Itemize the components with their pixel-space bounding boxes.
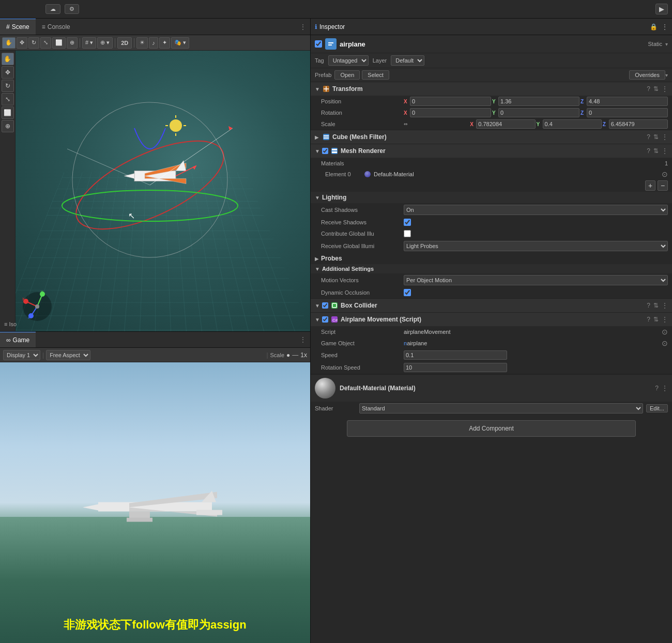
tab-console[interactable]: ≡ Console [36, 19, 77, 35]
transform-menu-icon[interactable]: ⋮ [662, 85, 668, 93]
tool-transform[interactable]: ⊕ [2, 120, 14, 132]
lighting-name: Lighting [322, 194, 346, 201]
global-button[interactable]: ⊕ ▾ [97, 37, 113, 49]
mesh-filter-help-icon[interactable]: ? [647, 133, 650, 141]
layer-select[interactable]: Default [391, 55, 424, 66]
receive-shadows-label: Receive Shadows [321, 219, 404, 225]
rotation-z-input[interactable] [587, 108, 668, 117]
tool-rotate[interactable]: ↻ [2, 80, 14, 92]
cast-shadows-select[interactable]: On [404, 205, 668, 215]
material-help-icon[interactable]: ? [655, 385, 659, 392]
shader-edit-button[interactable]: Edit... [646, 404, 668, 412]
speed-input[interactable] [404, 350, 507, 360]
prefab-select-button[interactable]: Select [362, 70, 389, 80]
cloud-button[interactable]: ☁ [45, 4, 60, 14]
static-arrow[interactable]: ▾ [665, 41, 668, 47]
receive-gi-select[interactable]: Light Probes [404, 241, 668, 251]
airplane-script-settings-icon[interactable]: ⇅ [653, 316, 659, 323]
scale-tool-button[interactable]: ⤡ [40, 37, 51, 49]
tool-rect[interactable]: ⬜ [2, 106, 14, 119]
additional-settings-header[interactable]: ▼ Additional Settings [311, 264, 672, 273]
box-collider-help-icon[interactable]: ? [647, 302, 650, 309]
tag-select[interactable]: Untagged [328, 55, 369, 66]
position-x-input[interactable] [410, 97, 491, 106]
mesh-filter-settings-icon[interactable]: ⇅ [653, 133, 659, 141]
game-select[interactable]: Display 1 [3, 350, 40, 360]
scale-z-input[interactable] [609, 119, 668, 129]
gameobject-label: Game Object [321, 340, 404, 346]
add-component-button[interactable]: Add Component [347, 420, 636, 437]
tool-scale[interactable]: ⤡ [2, 93, 14, 105]
mesh-filter-header[interactable]: ▶ Cube (Mesh Filter) ? ⇅ ⋮ [311, 130, 672, 144]
motion-vectors-select[interactable]: Per Object Motion [404, 275, 668, 285]
additional-settings-name: Additional Settings [322, 266, 374, 272]
scale-y-field: Y [537, 119, 602, 129]
dynamic-occlusion-checkbox[interactable] [404, 289, 411, 296]
object-active-checkbox[interactable] [315, 40, 322, 48]
receive-shadows-checkbox[interactable] [404, 219, 411, 226]
rotate-tool-button[interactable]: ↻ [28, 37, 39, 49]
audio-button[interactable]: ♪ [149, 37, 158, 49]
script-select-button[interactable]: ⊙ [662, 328, 668, 336]
scale-y-input[interactable] [543, 119, 602, 129]
airplane-script-menu-icon[interactable]: ⋮ [662, 316, 668, 323]
prefab-open-button[interactable]: Open [334, 70, 360, 80]
rect-tool-button[interactable]: ⬜ [52, 37, 66, 49]
gear-button[interactable]: ⚙ [65, 4, 79, 14]
tab-scene[interactable]: # Scene [0, 19, 36, 35]
transform-header[interactable]: ▼ Transform ? ⇅ ⋮ [311, 82, 672, 96]
rotation-speed-input[interactable] [404, 363, 507, 372]
mesh-renderer-menu-icon[interactable]: ⋮ [662, 147, 668, 155]
game-tab-more[interactable]: ⋮ [296, 336, 310, 343]
fx-button[interactable]: ✦ [159, 37, 170, 49]
material-menu-icon[interactable]: ⋮ [662, 385, 668, 392]
mesh-renderer-settings-icon[interactable]: ⇅ [653, 147, 659, 155]
transform-help-icon[interactable]: ? [647, 85, 650, 93]
lighting-section-header[interactable]: ▼ Lighting [311, 192, 672, 203]
aspect-select[interactable]: Free Aspect [46, 350, 90, 360]
airplane-script-header[interactable]: ▼ C# Airplane Movement (Script) ? ⇅ ⋮ [311, 313, 672, 326]
mesh-filter-menu-icon[interactable]: ⋮ [662, 133, 668, 141]
shader-select[interactable]: Standard [359, 403, 643, 414]
material-remove-button[interactable]: − [658, 180, 668, 191]
material-select-button[interactable]: ⊙ [662, 170, 668, 178]
lock-icon[interactable]: 🔒 [650, 23, 658, 30]
probes-header[interactable]: ▶ Probes [311, 253, 672, 264]
gameobject-select-button[interactable]: ⊙ [662, 339, 668, 347]
rotation-x-input[interactable] [410, 108, 491, 117]
box-collider-header[interactable]: ▼ Box Collider ? ⇅ ⋮ [311, 299, 672, 312]
transform-tool-button[interactable]: ⊕ [67, 37, 78, 49]
transform-settings-icon[interactable]: ⇅ [653, 85, 659, 93]
material-add-button[interactable]: + [645, 180, 655, 191]
tool-hand[interactable]: ✋ [2, 53, 14, 65]
play-button[interactable]: ▶ [655, 4, 668, 14]
hand-tool-button[interactable]: ✋ [2, 37, 16, 49]
scale-x-input[interactable] [476, 119, 535, 129]
transform-icon [322, 85, 330, 93]
gizmos-button[interactable]: 🎭 ▾ [171, 37, 189, 49]
position-y-input[interactable] [498, 97, 579, 106]
mesh-renderer-help-icon[interactable]: ? [647, 147, 650, 155]
move-tool-button[interactable]: ✥ [17, 37, 27, 49]
2d-button[interactable]: 2D [117, 37, 132, 49]
prefab-arrow[interactable]: ▾ [665, 72, 668, 78]
mesh-renderer-active[interactable] [322, 148, 328, 154]
scene-tab-more[interactable]: ⋮ [296, 23, 310, 30]
prefab-overrides-button[interactable]: Overrides [629, 70, 665, 80]
inspector-menu-icon[interactable]: ⋮ [662, 23, 668, 30]
contribute-gi-checkbox[interactable] [404, 230, 411, 237]
tab-game[interactable]: ∞ Game [0, 332, 36, 347]
box-collider-menu-icon[interactable]: ⋮ [662, 302, 668, 309]
airplane-script-active[interactable] [322, 316, 328, 323]
rotation-y-input[interactable] [498, 108, 579, 117]
speed-row: Speed [311, 349, 672, 361]
prefab-label: Prefab [315, 72, 331, 78]
mesh-renderer-header[interactable]: ▼ Mesh Renderer ? ⇅ ⋮ [311, 144, 672, 158]
box-collider-settings-icon[interactable]: ⇅ [653, 302, 659, 309]
light-button[interactable]: ☀ [136, 37, 148, 49]
pivot-button[interactable]: # ▾ [82, 37, 96, 49]
tool-move[interactable]: ✥ [2, 66, 14, 79]
position-z-input[interactable] [587, 97, 668, 106]
airplane-script-help-icon[interactable]: ? [647, 316, 650, 323]
box-collider-active[interactable] [322, 302, 328, 309]
